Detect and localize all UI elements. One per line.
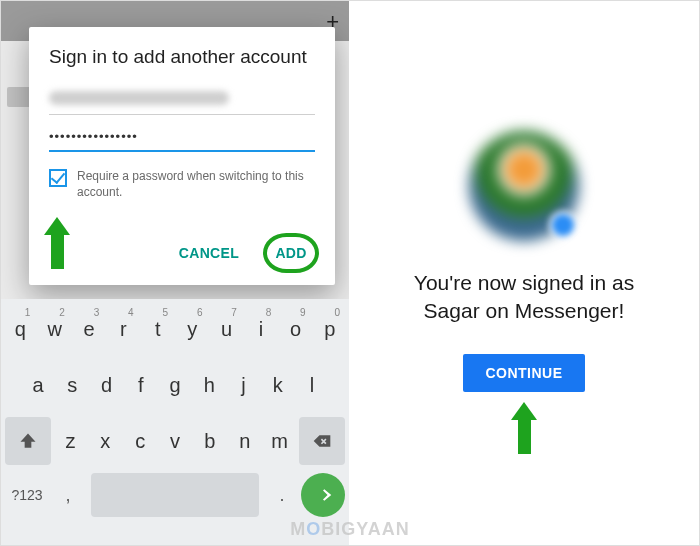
key-u[interactable]: u7	[211, 305, 241, 353]
key-x[interactable]: x	[90, 417, 121, 465]
key-t[interactable]: t5	[143, 305, 173, 353]
kb-row-1: q1 w2 e3 r4 t5 y6 u7 i8 o9 p0	[5, 305, 345, 353]
arrow-right-icon	[312, 484, 334, 506]
right-screenshot: You're now signed in as Sagar on Messeng…	[349, 1, 699, 545]
kb-row-2: a s d f g h j k l	[5, 361, 345, 409]
avatar	[469, 131, 579, 241]
key-w[interactable]: w2	[39, 305, 69, 353]
onscreen-keyboard: q1 w2 e3 r4 t5 y6 u7 i8 o9 p0 a s d f g …	[1, 299, 349, 545]
add-button-highlight-circle: ADD	[263, 233, 319, 273]
key-p[interactable]: p0	[315, 305, 345, 353]
key-j[interactable]: j	[228, 361, 258, 409]
key-k[interactable]: k	[263, 361, 293, 409]
input-underline	[49, 114, 315, 115]
annotation-arrow-continue	[511, 402, 537, 454]
key-n[interactable]: n	[229, 417, 260, 465]
left-screenshot: + Sign in to add another account •••••••…	[1, 1, 349, 545]
key-d[interactable]: d	[91, 361, 121, 409]
key-o[interactable]: o9	[280, 305, 310, 353]
require-password-checkbox[interactable]	[49, 169, 67, 187]
key-enter[interactable]	[301, 473, 345, 517]
key-r[interactable]: r4	[108, 305, 138, 353]
password-value: ••••••••••••••••	[49, 129, 315, 150]
kb-row-4: ?123 , .	[5, 473, 345, 517]
key-q[interactable]: q1	[5, 305, 35, 353]
key-symbols[interactable]: ?123	[5, 473, 49, 517]
checkbox-label: Require a password when switching to thi…	[77, 168, 315, 200]
key-shift[interactable]	[5, 417, 51, 465]
input-underline-focused	[49, 150, 315, 152]
backspace-icon	[312, 431, 332, 451]
key-comma[interactable]: ,	[53, 473, 83, 517]
key-backspace[interactable]	[299, 417, 345, 465]
email-field[interactable]	[49, 91, 315, 115]
key-g[interactable]: g	[160, 361, 190, 409]
key-e[interactable]: e3	[74, 305, 104, 353]
key-l[interactable]: l	[297, 361, 327, 409]
messenger-badge-icon	[549, 211, 577, 239]
kb-row-3: z x c v b n m	[5, 417, 345, 465]
annotation-arrow-checkbox	[45, 217, 69, 269]
watermark: MOBIGYAAN	[290, 519, 409, 540]
key-m[interactable]: m	[264, 417, 295, 465]
dialog-title: Sign in to add another account	[49, 45, 315, 69]
shift-icon	[18, 431, 38, 451]
signed-in-message: You're now signed in as Sagar on Messeng…	[388, 269, 660, 326]
key-a[interactable]: a	[23, 361, 53, 409]
key-space[interactable]	[91, 473, 259, 517]
key-v[interactable]: v	[160, 417, 191, 465]
continue-button[interactable]: CONTINUE	[463, 354, 584, 392]
cancel-button[interactable]: CANCEL	[179, 245, 239, 261]
key-c[interactable]: c	[125, 417, 156, 465]
key-period[interactable]: .	[267, 473, 297, 517]
key-y[interactable]: y6	[177, 305, 207, 353]
key-h[interactable]: h	[194, 361, 224, 409]
key-i[interactable]: i8	[246, 305, 276, 353]
password-field[interactable]: ••••••••••••••••	[49, 129, 315, 152]
email-blurred-value	[49, 91, 229, 105]
signin-dialog: Sign in to add another account •••••••••…	[29, 27, 335, 285]
key-s[interactable]: s	[57, 361, 87, 409]
key-b[interactable]: b	[194, 417, 225, 465]
key-f[interactable]: f	[126, 361, 156, 409]
screenshot-pair: + Sign in to add another account •••••••…	[0, 0, 700, 546]
add-button[interactable]: ADD	[275, 245, 306, 261]
key-z[interactable]: z	[55, 417, 86, 465]
